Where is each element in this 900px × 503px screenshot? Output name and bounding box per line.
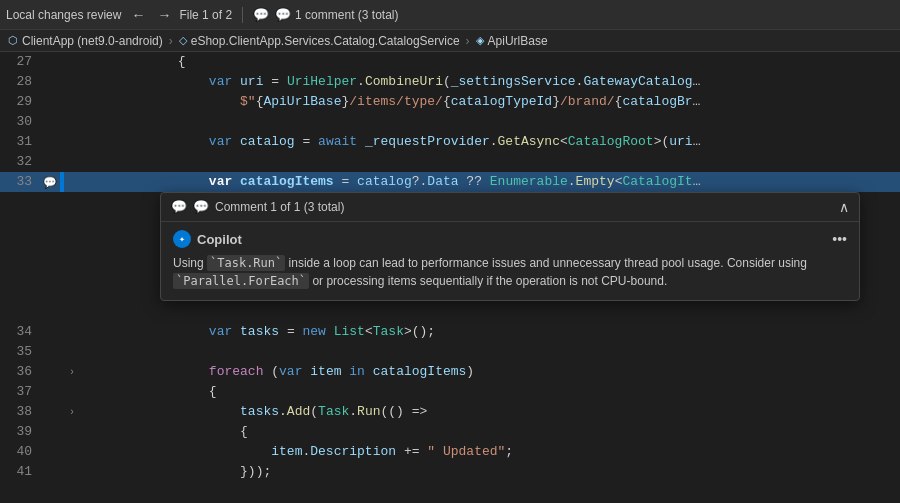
fold-area: [64, 322, 80, 342]
line-number: 37: [0, 382, 40, 402]
line-number: 32: [0, 152, 40, 172]
fold-area: [64, 112, 80, 132]
fold-area: [64, 422, 80, 442]
popup-comment-icon2: 💬: [193, 199, 209, 215]
comment-icon2: 💬: [275, 7, 291, 23]
popup-header: 💬 💬 Comment 1 of 1 (3 total) ∧: [161, 193, 859, 222]
code-line-39: {: [80, 422, 900, 442]
code-line-30: [80, 112, 900, 132]
project-icon: ⬡: [8, 34, 18, 47]
code-line-41: }));: [80, 462, 900, 482]
fold-area: [64, 342, 80, 362]
comment-gutter: [40, 382, 60, 402]
fold-area: [64, 462, 80, 482]
line-number: 28: [0, 72, 40, 92]
editor: 27 { 28 var uri = UriHelper.CombineUri(_…: [0, 52, 900, 503]
code-area[interactable]: 27 { 28 var uri = UriHelper.CombineUri(_…: [0, 52, 900, 503]
comment-gutter: [40, 152, 60, 172]
comment-icon: 💬: [253, 7, 269, 23]
table-row: 27 {: [0, 52, 900, 72]
breadcrumb-sep-2: ›: [466, 34, 470, 48]
code-line-33: var catalogItems = catalog?.Data ?? Enum…: [80, 172, 900, 192]
breadcrumb: ⬡ ClientApp (net9.0-android) › ◇ eShop.C…: [0, 30, 900, 52]
line-number: 31: [0, 132, 40, 152]
toolbar: Local changes review ← → File 1 of 2 💬 💬…: [0, 0, 900, 30]
comment-gutter: [40, 112, 60, 132]
more-options-button[interactable]: •••: [832, 231, 847, 247]
fold-area[interactable]: ›: [64, 362, 80, 382]
fold-area: [64, 442, 80, 462]
fold-area[interactable]: ›: [64, 402, 80, 422]
comment-gutter: [40, 342, 60, 362]
line-number: 36: [0, 362, 40, 382]
code-line-35: [80, 342, 900, 362]
table-row: 32: [0, 152, 900, 172]
comment-gutter: [40, 402, 60, 422]
table-row: 28 var uri = UriHelper.CombineUri(_setti…: [0, 72, 900, 92]
comment-section: 💬 💬 1 comment (3 total): [253, 7, 398, 23]
comment-gutter: [40, 362, 60, 382]
copilot-icon: ✦: [173, 230, 191, 248]
table-row: 39 {: [0, 422, 900, 442]
code-line-31: var catalog = await _requestProvider.Get…: [80, 132, 900, 152]
code-line-37: {: [80, 382, 900, 402]
fold-area: [64, 152, 80, 172]
toolbar-left: Local changes review: [6, 8, 121, 22]
line-number: 34: [0, 322, 40, 342]
table-row: 33 💬 var catalogItems = catalog?.Data ??…: [0, 172, 900, 192]
line-number: 38: [0, 402, 40, 422]
comment-gutter: [40, 92, 60, 112]
fold-area: [64, 92, 80, 112]
code-line-38: tasks.Add(Task.Run(() =>: [80, 402, 900, 422]
code-line-36: foreach (var item in catalogItems): [80, 362, 900, 382]
table-row: 30: [0, 112, 900, 132]
fold-area: [64, 72, 80, 92]
comment-gutter: [40, 462, 60, 482]
table-row: 38 › tasks.Add(Task.Run(() =>: [0, 402, 900, 422]
line-number: 29: [0, 92, 40, 112]
comment-gutter: [40, 52, 60, 72]
breadcrumb-member[interactable]: ApiUrlBase: [488, 34, 548, 48]
line-number: 35: [0, 342, 40, 362]
fold-area: [64, 52, 80, 72]
fold-area: [64, 172, 80, 192]
table-row: 36 › foreach (var item in catalogItems): [0, 362, 900, 382]
comment-gutter: [40, 322, 60, 342]
comment-gutter[interactable]: 💬: [40, 172, 60, 192]
comment-gutter: [40, 132, 60, 152]
file-indicator: File 1 of 2: [179, 8, 232, 22]
breadcrumb-service[interactable]: eShop.ClientApp.Services.Catalog.Catalog…: [191, 34, 460, 48]
nav-buttons: ← → File 1 of 2: [127, 5, 232, 25]
member-icon: ◈: [476, 34, 484, 47]
code-line-34: var tasks = new List<Task>();: [80, 322, 900, 342]
comment-popup: 💬 💬 Comment 1 of 1 (3 total) ∧ ✦ Copilot…: [160, 192, 860, 301]
line-number: 30: [0, 112, 40, 132]
copilot-header: ✦ Copilot •••: [173, 230, 847, 248]
line-number: 39: [0, 422, 40, 442]
code-line-29: $"{ApiUrlBase}/items/type/{catalogTypeId…: [80, 92, 900, 112]
table-row: 31 var catalog = await _requestProvider.…: [0, 132, 900, 152]
table-row: 34 var tasks = new List<Task>();: [0, 322, 900, 342]
comment-gutter: [40, 422, 60, 442]
table-row: 37 {: [0, 382, 900, 402]
fold-area: [64, 382, 80, 402]
fold-area: [64, 132, 80, 152]
line-number: 41: [0, 462, 40, 482]
table-row: 41 }));: [0, 462, 900, 482]
forward-button[interactable]: →: [153, 5, 175, 25]
table-row: 35: [0, 342, 900, 362]
back-button[interactable]: ←: [127, 5, 149, 25]
line-number: 27: [0, 52, 40, 72]
popup-comment-icon1: 💬: [171, 199, 187, 215]
popup-collapse-button[interactable]: ∧: [839, 199, 849, 215]
table-row: 40 item.Description += " Updated";: [0, 442, 900, 462]
table-row: 29 $"{ApiUrlBase}/items/type/{catalogTyp…: [0, 92, 900, 112]
toolbar-separator-1: [242, 7, 243, 23]
popup-title: Comment 1 of 1 (3 total): [215, 200, 833, 214]
breadcrumb-project[interactable]: ClientApp (net9.0-android): [22, 34, 163, 48]
popup-comment-text: Using `Task.Run` inside a loop can lead …: [173, 254, 847, 290]
comment-gutter: [40, 72, 60, 92]
popup-body: ✦ Copilot ••• Using `Task.Run` inside a …: [161, 222, 859, 300]
service-icon: ◇: [179, 34, 187, 47]
code-line-40: item.Description += " Updated";: [80, 442, 900, 462]
